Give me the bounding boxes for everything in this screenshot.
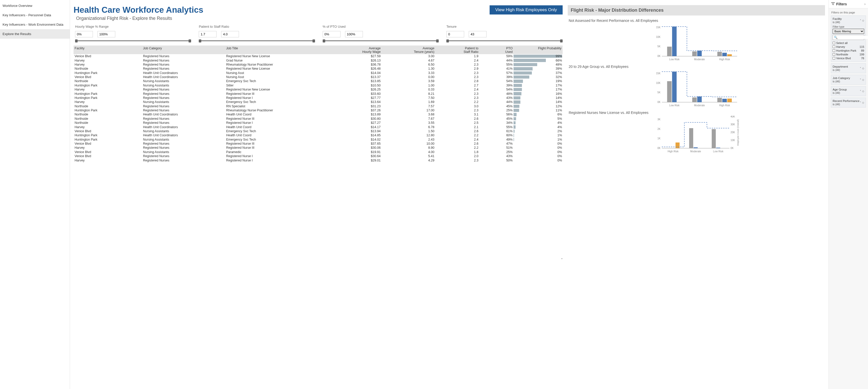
range-slider[interactable] — [446, 39, 562, 42]
eraser-icon[interactable]: ◇ — [862, 78, 864, 81]
nav-item-2[interactable]: Key Influencers - Work Environment Data — [0, 20, 70, 29]
checkbox-icon[interactable] — [833, 42, 835, 44]
chevron-down-icon[interactable]: ˅ — [860, 78, 861, 81]
table-row[interactable]: Harvey Registered Nurses Registered Nurs… — [73, 158, 563, 162]
chart-2[interactable]: Registered Nurses New License vs. All Em… — [568, 110, 825, 155]
slicer-to-input[interactable] — [221, 31, 239, 37]
table-row[interactable]: Northside Nursing Assistants Emergency S… — [73, 79, 563, 83]
chevron-down-icon[interactable]: ˅ — [860, 101, 861, 104]
report-left: Health Care Workforce Analytics View Hig… — [73, 0, 563, 385]
chevron-down-icon[interactable]: ˅ — [860, 90, 861, 93]
col-header[interactable]: AverageTenure (years) — [382, 45, 435, 54]
slicer-3: Tenure — [446, 25, 562, 42]
filter-type-select[interactable]: Basic filtering — [833, 29, 864, 34]
chart-title: Registered Nurses New License vs. All Em… — [569, 110, 825, 115]
checkbox-icon[interactable] — [833, 49, 835, 52]
chevron-up-icon[interactable]: ˄ — [860, 19, 861, 22]
collapse-filters-icon[interactable]: › — [864, 2, 865, 6]
checkbox-icon[interactable] — [833, 45, 835, 48]
table-row[interactable]: Venice Blvd Registered Nurses Registered… — [73, 154, 563, 158]
chart-0[interactable]: Not Assessed for Recent Performance vs. … — [568, 19, 825, 63]
filters-body: Filters on this page Facilityis (All) ˄ … — [829, 8, 868, 389]
slicer-from-input[interactable] — [446, 31, 464, 37]
svg-text:0K: 0K — [657, 101, 661, 103]
col-header[interactable]: PTOUsed — [479, 45, 514, 54]
table-row[interactable]: Northside Registered Nurses Registered N… — [73, 121, 563, 125]
col-header[interactable]: Flight Probability — [514, 45, 562, 54]
range-slider[interactable] — [323, 39, 439, 42]
svg-rect-44 — [693, 148, 698, 148]
filter-option[interactable]: Select all — [833, 41, 864, 45]
filter-search[interactable]: 🔍 — [833, 35, 864, 40]
svg-text:3K: 3K — [657, 118, 661, 121]
checkbox-icon[interactable] — [833, 57, 835, 60]
table-row[interactable]: Venice Blvd Nursing Assistants Paramedic… — [73, 150, 563, 154]
range-slider[interactable] — [75, 39, 191, 42]
table-row[interactable]: Venice Blvd Health Unit Coordinators Nur… — [73, 75, 563, 79]
svg-text:Moderate: Moderate — [694, 104, 705, 107]
table-row[interactable]: Venice Blvd Registered Nurses Registered… — [73, 54, 563, 58]
charts-header: Flight Risk - Major Distribution Differe… — [568, 5, 825, 15]
chart-1[interactable]: 20 to 29 Age Group vs. All Employees0K5K… — [568, 65, 825, 108]
eraser-icon[interactable]: ◇ — [862, 67, 864, 70]
slicer-to-input[interactable] — [469, 31, 487, 37]
table-row[interactable]: Northside Registered Nurses Registered N… — [73, 67, 563, 71]
view-high-risk-button[interactable]: View High Risk Employees Only — [490, 5, 563, 14]
table-row[interactable]: Harvey Nursing Assistants Emergency Svc … — [73, 100, 563, 104]
table-row[interactable]: Venice Blvd Nursing Assistants Emergency… — [73, 129, 563, 133]
slicer-to-input[interactable] — [97, 31, 115, 37]
svg-text:Moderate: Moderate — [690, 150, 701, 153]
slicer-to-input[interactable] — [345, 31, 363, 37]
filter-search-input[interactable] — [838, 36, 868, 39]
filter-option[interactable]: Harvey 115 — [833, 45, 864, 48]
filter-option[interactable]: Northside 199 — [833, 53, 864, 56]
table-row[interactable]: Venice Blvd Registered Nurses Registered… — [73, 141, 563, 146]
slicer-label: Hourly Wage % Range — [75, 25, 191, 29]
filter-card-recent-performance[interactable]: Recent Performanceis (All) ˅ ◇ — [831, 98, 866, 107]
table-row[interactable]: Huntington Park Health Unit Coordinators… — [73, 71, 563, 75]
eraser-icon[interactable]: ◇ — [862, 19, 864, 22]
table-row[interactable]: Northside Registered Nurses Registered N… — [73, 117, 563, 121]
table-row[interactable]: Harvey Registered Nurses Grad Nurse $26.… — [73, 58, 563, 62]
table-row[interactable]: Huntington Park Registered Nurses Regist… — [73, 92, 563, 96]
table-row[interactable]: Huntington Park Nursing Assistants Emerg… — [73, 137, 563, 141]
table-row[interactable]: Huntington Park Health Unit Coordinators… — [73, 133, 563, 137]
table-row[interactable]: Huntington Park Registered Nurses Rheuma… — [73, 108, 563, 112]
filter-card-facility[interactable]: Facilityis (All) ˄ ◇ Filter type Basic f… — [831, 15, 866, 62]
svg-text:15K: 15K — [656, 72, 661, 75]
svg-rect-26 — [717, 98, 722, 102]
table-row[interactable]: Harvey Registered Nurses Rheumatology Nu… — [73, 63, 563, 67]
scroll-down-icon[interactable]: ⌄ — [561, 256, 563, 260]
table-row[interactable]: Huntington Park Nursing Assistants Sitte… — [73, 84, 563, 88]
col-header[interactable]: Job Title — [225, 45, 328, 54]
table-row[interactable]: Harvey Registered Nurses Registered Nurs… — [73, 146, 563, 150]
table-row[interactable]: Harvey Health Unit Coordinators Health U… — [73, 125, 563, 129]
nav-item-3[interactable]: Explore the Results — [0, 29, 70, 39]
col-header[interactable]: Job Category — [142, 45, 225, 54]
col-header[interactable]: AverageHourly Wage — [328, 45, 381, 54]
filter-option[interactable]: Venice Blvd 78 — [833, 56, 864, 60]
table-row[interactable]: Huntington Park Registered Nurses Regist… — [73, 96, 563, 100]
eraser-icon[interactable]: ◇ — [862, 90, 864, 93]
slicer-from-input[interactable] — [199, 31, 217, 37]
filter-card-age-group[interactable]: Age Groupis (All) ˅ ◇ — [831, 86, 866, 96]
chevron-down-icon[interactable]: ˅ — [860, 67, 861, 70]
range-slider[interactable] — [199, 39, 315, 42]
filter-card-job-category[interactable]: Job Categoryis (All) ˅ ◇ — [831, 75, 866, 85]
slicer-from-input[interactable] — [75, 31, 93, 37]
nav-item-0[interactable]: Workforce Overview — [0, 1, 70, 10]
filter-option[interactable]: Huntington Park 89 — [833, 48, 864, 53]
slicer-from-input[interactable] — [323, 31, 340, 37]
col-header[interactable]: Facility — [73, 45, 142, 54]
svg-text:5K: 5K — [657, 91, 661, 94]
col-header[interactable]: Patient toStaff Ratio — [435, 45, 479, 54]
nav-item-1[interactable]: Key Influencers - Personnel Data — [0, 10, 70, 20]
svg-rect-46 — [712, 129, 716, 148]
svg-text:10K: 10K — [656, 36, 661, 38]
table-row[interactable]: Harvey Registered Nurses Registered Nurs… — [73, 88, 563, 92]
table-row[interactable]: Northside Registered Nurses RN Specialis… — [73, 104, 563, 108]
table-row[interactable]: Northside Health Unit Coordinators Healt… — [73, 112, 563, 117]
eraser-icon[interactable]: ◇ — [862, 101, 864, 104]
filter-card-department[interactable]: Departmentis (All) ˅ ◇ — [831, 63, 866, 73]
checkbox-icon[interactable] — [833, 53, 835, 56]
